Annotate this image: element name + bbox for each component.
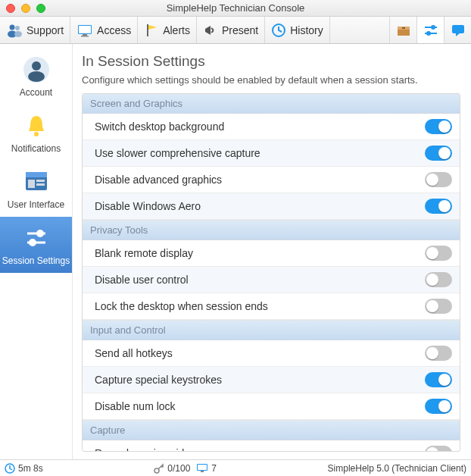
toggle[interactable] — [425, 446, 452, 452]
sidebar-item-session-settings[interactable]: Session Settings — [0, 217, 72, 273]
bell-icon — [20, 111, 52, 140]
toggle[interactable] — [425, 372, 452, 387]
status-bar: 5m 8s 0/100 7 SimpleHelp 5.0 (Technician… — [0, 459, 471, 476]
sidebar-item-account[interactable]: Account — [0, 49, 72, 105]
toggle[interactable] — [425, 272, 452, 287]
svg-point-3 — [14, 31, 22, 37]
settings-row-label: Disable num lock — [95, 400, 425, 412]
status-monitors: 7 — [196, 463, 217, 474]
flag-icon — [144, 23, 159, 38]
sidebar-item-label: Session Settings — [2, 255, 70, 266]
section-header: Capture — [83, 420, 460, 440]
tab-label: Access — [97, 24, 131, 36]
settings-row: Disable user control — [83, 267, 460, 293]
tab-present[interactable]: Present — [197, 17, 265, 43]
toggle[interactable] — [425, 246, 452, 261]
tab-label: Present — [222, 24, 258, 36]
svg-rect-5 — [79, 26, 91, 33]
settings-row-label: Disable Windows Aero — [95, 200, 425, 212]
tab-alerts[interactable]: Alerts — [138, 17, 197, 43]
traffic-lights — [0, 4, 45, 13]
tab-label: Alerts — [163, 24, 190, 36]
minimize-button[interactable] — [21, 4, 30, 13]
tab-support[interactable]: Support — [0, 17, 70, 43]
sidebar-item-label: Account — [20, 87, 52, 98]
settings-row: Send all hotkeys — [83, 340, 460, 367]
settings-row-label: Use slower comprehensive capture — [95, 147, 425, 159]
page-title: In Session Settings — [82, 53, 460, 70]
settings-row-label: Disable advanced graphics — [95, 174, 425, 186]
window-icon — [20, 168, 52, 196]
svg-rect-26 — [36, 183, 45, 186]
svg-rect-24 — [28, 180, 35, 188]
chat-icon — [450, 23, 466, 38]
megaphone-icon — [203, 23, 218, 38]
settings-row: Disable num lock — [83, 393, 460, 420]
svg-point-20 — [28, 71, 45, 82]
people-icon — [6, 23, 23, 38]
settings-row: Disable advanced graphics — [83, 167, 460, 193]
key-icon — [154, 463, 164, 474]
titlebar: SimpleHelp Technician Console — [0, 0, 471, 17]
svg-point-21 — [34, 132, 39, 136]
toolbar-box-button[interactable] — [389, 17, 416, 43]
monitor-small-icon — [196, 463, 208, 474]
box-icon — [395, 23, 412, 38]
sidebar-item-notifications[interactable]: Notifications — [0, 105, 72, 161]
svg-rect-23 — [26, 172, 47, 177]
svg-point-0 — [10, 24, 15, 30]
settings-row: Lock the desktop when session ends — [83, 293, 460, 320]
row-extra-icon[interactable]: ⏮ — [408, 447, 419, 452]
svg-point-14 — [431, 25, 435, 30]
section-header: Privacy Tools — [83, 220, 460, 240]
status-monitor-value: 7 — [211, 463, 217, 474]
window-title: SimpleHelp Technician Console — [0, 2, 471, 14]
svg-point-19 — [32, 61, 41, 70]
tab-label: History — [290, 24, 323, 36]
status-version: SimpleHelp 5.0 (Technician Client) — [328, 463, 466, 474]
svg-point-30 — [29, 239, 36, 246]
settings-sidebar: Account Notifications User Interface Ses… — [0, 44, 73, 459]
tab-label: Support — [27, 24, 64, 36]
svg-rect-34 — [198, 465, 207, 470]
settings-row-label: Disable user control — [95, 274, 425, 286]
status-ratio-value: 0/100 — [167, 463, 190, 474]
close-button[interactable] — [6, 4, 15, 13]
tab-history[interactable]: History — [265, 17, 330, 43]
svg-rect-6 — [83, 34, 87, 36]
tab-access[interactable]: Access — [70, 17, 138, 43]
status-keys: 0/100 — [154, 463, 190, 474]
settings-panel: Screen and GraphicsSwitch desktop backgr… — [82, 93, 460, 452]
svg-point-16 — [426, 31, 431, 36]
toggle[interactable] — [425, 172, 452, 187]
svg-rect-8 — [147, 24, 148, 36]
toggle[interactable] — [425, 119, 452, 134]
toggle[interactable] — [425, 399, 452, 414]
maximize-button[interactable] — [36, 4, 45, 13]
page-description: Configure which settings should be enabl… — [82, 74, 460, 86]
top-toolbar: Support Access Alerts Present History — [0, 17, 471, 44]
settings-row-label: Record session video — [95, 447, 408, 452]
content-pane: In Session Settings Configure which sett… — [73, 44, 471, 459]
settings-row: Record session video⏮ — [83, 440, 460, 452]
svg-rect-35 — [201, 471, 204, 472]
svg-rect-12 — [402, 27, 405, 29]
svg-point-2 — [15, 26, 20, 30]
toggle[interactable] — [425, 346, 452, 361]
toggle[interactable] — [425, 146, 452, 161]
svg-rect-7 — [81, 36, 89, 37]
toggle[interactable] — [425, 299, 452, 314]
status-time: 5m 8s — [5, 463, 43, 474]
toolbar-settings-button[interactable] — [416, 17, 444, 43]
main-area: Account Notifications User Interface Ses… — [0, 44, 471, 459]
section-header: Input and Control — [83, 320, 460, 340]
toolbar-chat-button[interactable] — [444, 17, 471, 43]
sidebar-item-user-interface[interactable]: User Interface — [0, 161, 72, 217]
sidebar-item-label: Notifications — [11, 143, 61, 154]
settings-row-label: Lock the desktop when session ends — [95, 300, 425, 312]
settings-row-label: Blank remote display — [95, 247, 425, 259]
settings-row: Disable Windows Aero — [83, 193, 460, 220]
svg-point-28 — [36, 230, 44, 237]
sliders-icon — [423, 23, 439, 38]
toggle[interactable] — [425, 199, 452, 214]
